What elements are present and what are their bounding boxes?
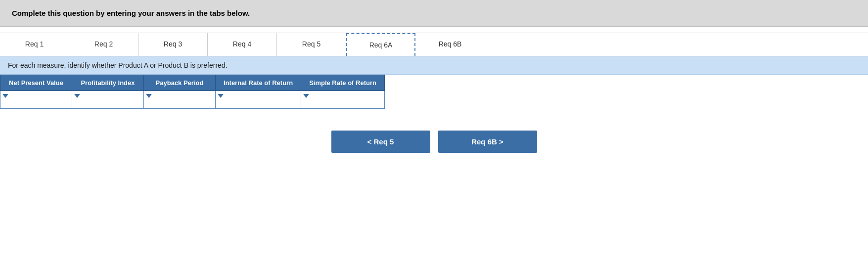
- tab-req1[interactable]: Req 1: [0, 33, 69, 56]
- buttons-row: < Req 5 Req 6B >: [0, 131, 868, 153]
- col-header-pi: Profitability Index: [72, 75, 144, 91]
- tab-req5[interactable]: Req 5: [277, 33, 346, 56]
- col-header-pp: Payback Period: [144, 75, 216, 91]
- instruction-bar: Complete this question by entering your …: [0, 0, 868, 27]
- table-wrapper: Net Present Value Profitability Index Pa…: [0, 75, 868, 119]
- content-area: For each measure, identify whether Produ…: [0, 56, 868, 163]
- tabs-row: Req 1 Req 2 Req 3 Req 4 Req 5 Req 6A Req…: [0, 33, 868, 56]
- select-irr[interactable]: Product A Product B: [216, 91, 301, 108]
- tab-req4[interactable]: Req 4: [208, 33, 277, 56]
- select-srr[interactable]: Product A Product B: [301, 91, 384, 108]
- col-header-irr: Internal Rate of Return: [216, 75, 301, 91]
- prev-button[interactable]: < Req 5: [331, 131, 430, 153]
- tab-req6b[interactable]: Req 6B: [415, 33, 485, 56]
- table-row: Product A Product B Product A Product B: [0, 91, 385, 109]
- select-pi[interactable]: Product A Product B: [72, 91, 143, 108]
- preference-table: Net Present Value Profitability Index Pa…: [0, 75, 385, 109]
- cell-irr[interactable]: Product A Product B: [216, 91, 301, 109]
- select-npv[interactable]: Product A Product B: [0, 91, 72, 108]
- tab-req6a[interactable]: Req 6A: [346, 33, 415, 56]
- select-pp[interactable]: Product A Product B: [144, 91, 215, 108]
- cell-srr[interactable]: Product A Product B: [301, 91, 385, 109]
- content-instruction: For each measure, identify whether Produ…: [0, 56, 868, 75]
- tab-req3[interactable]: Req 3: [138, 33, 208, 56]
- instruction-text: Complete this question by entering your …: [12, 9, 250, 17]
- col-header-srr: Simple Rate of Return: [301, 75, 385, 91]
- cell-pi[interactable]: Product A Product B: [72, 91, 144, 109]
- next-button[interactable]: Req 6B >: [438, 131, 537, 153]
- cell-pp[interactable]: Product A Product B: [144, 91, 216, 109]
- tab-req2[interactable]: Req 2: [69, 33, 138, 56]
- col-header-npv: Net Present Value: [0, 75, 72, 91]
- cell-npv[interactable]: Product A Product B: [0, 91, 72, 109]
